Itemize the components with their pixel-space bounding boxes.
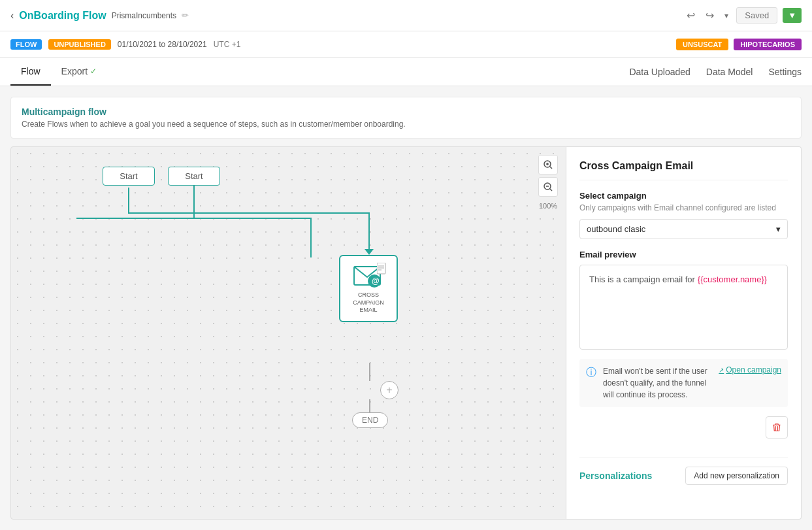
breadcrumb: PrismaIncumbents [112, 11, 176, 20]
tab-flow[interactable]: Flow [10, 58, 51, 86]
tab-data-uploaded[interactable]: Data Uploaded [629, 59, 690, 85]
header-left: ‹ OnBoarding Flow PrismaIncumbents ✏ [10, 10, 189, 22]
canvas-controls: 100% [538, 155, 558, 210]
timezone: UTC +1 [214, 40, 241, 49]
flow-badge: FLOW [10, 39, 42, 50]
info-box: ⓘ Email won't be sent if the user doesn'… [579, 359, 788, 407]
zoom-out-button[interactable] [538, 177, 558, 197]
tabs-right: Data Uploaded Data Model Settings [629, 59, 802, 85]
email-preview-box: This is a campaign email for {{customer.… [579, 265, 788, 350]
select-dropdown-arrow: ▾ [776, 224, 781, 234]
hipotecarios-badge[interactable]: HIPOTECARIOS [734, 39, 802, 50]
email-preview-text: This is a campaign email for {{customer.… [589, 274, 778, 284]
cross-campaign-email-node[interactable]: @ CROSS CAMPAIGN EMAIL [339, 255, 398, 322]
start-node[interactable]: Start [103, 167, 155, 186]
zoom-level: 100% [538, 202, 558, 210]
info-text: Email won't be sent if the user doesn't … [603, 365, 712, 401]
top-header: ‹ OnBoarding Flow PrismaIncumbents ✏ ↩ ↪… [0, 0, 812, 31]
right-panel: Cross Campaign Email Select campaign Onl… [566, 146, 802, 520]
add-step-button[interactable]: + [380, 381, 398, 399]
connector-v2 [368, 212, 370, 252]
info-icon: ⓘ [586, 366, 596, 380]
end-node: END [352, 412, 388, 428]
connector-v4 [369, 399, 370, 412]
multicampaign-banner: Multicampaign flow Create Flows when to … [10, 97, 802, 139]
flow-area: 100% Start [10, 146, 802, 520]
preview-plain-text: This is a campaign email for [589, 274, 695, 284]
delete-button[interactable] [766, 416, 788, 439]
edit-icon[interactable]: ✏ [182, 10, 189, 20]
history-dropdown-button[interactable]: ▾ [722, 8, 731, 23]
personalization-row: Personalizations Add new personalization [579, 457, 788, 485]
tab-data-model[interactable]: Data Model [706, 59, 753, 85]
panel-title: Cross Campaign Email [579, 160, 788, 180]
add-personalization-button[interactable]: Add new personalization [685, 467, 788, 485]
svg-line-6 [550, 189, 553, 191]
campaign-select[interactable]: outbound clasic ▾ [579, 219, 788, 239]
flow-canvas[interactable]: 100% Start [10, 146, 566, 520]
start-node[interactable]: Start [168, 167, 220, 186]
campaign-value: outbound clasic [587, 224, 645, 234]
svg-text:@: @ [372, 276, 380, 286]
saved-badge: Saved [736, 7, 777, 24]
unpublished-badge: UNPUBLISHED [48, 39, 110, 50]
personalization-label: Personalizations [579, 471, 652, 481]
tab-settings[interactable]: Settings [768, 59, 802, 85]
back-arrow-icon[interactable]: ‹ [10, 10, 14, 22]
connector-v3 [369, 363, 370, 381]
connector-h1 [128, 212, 370, 214]
date-range: 01/10/2021 to 28/10/2021 [118, 40, 207, 49]
check-icon: ✓ [90, 67, 97, 76]
email-preview-label: Email preview [579, 250, 788, 259]
preview-variable-text: {{customer.name}} [698, 274, 767, 284]
banner-description: Create Flows when to achieve a goal you … [22, 120, 790, 129]
arrow-down [365, 249, 374, 255]
save-dropdown-button[interactable]: ▼ [783, 8, 802, 23]
zoom-in-button[interactable] [538, 155, 558, 174]
email-node-label: CROSS CAMPAIGN EMAIL [348, 291, 389, 314]
connector-v1 [128, 188, 129, 214]
tab-bar: Flow Export ✓ Data Uploaded Data Model S… [0, 58, 812, 86]
start-node-container: Start [103, 167, 155, 186]
tabs-left: Flow Export ✓ [10, 58, 107, 86]
sub-header: FLOW UNPUBLISHED 01/10/2021 to 28/10/202… [0, 31, 812, 58]
header-right: ↩ ↪ ▾ Saved ▼ [684, 7, 802, 24]
redo-button[interactable]: ↪ [703, 7, 717, 24]
undo-button[interactable]: ↩ [684, 7, 698, 24]
banner-title: Multicampaign flow [22, 107, 790, 117]
svg-line-3 [550, 167, 553, 169]
open-campaign-link[interactable]: ↗ Open campaign [719, 365, 781, 374]
right-badges: UNSUSCAT HIPOTECARIOS [676, 39, 802, 50]
select-campaign-sub: Only campaigns with Email channel config… [579, 203, 788, 212]
unsuscat-badge[interactable]: UNSUSCAT [676, 39, 728, 50]
select-campaign-label: Select campaign [579, 191, 788, 201]
email-icon-area: @ [348, 263, 389, 289]
page-title: OnBoarding Flow [19, 10, 106, 22]
tab-export[interactable]: Export ✓ [51, 58, 107, 86]
main-content: Multicampaign flow Create Flows when to … [0, 86, 812, 530]
